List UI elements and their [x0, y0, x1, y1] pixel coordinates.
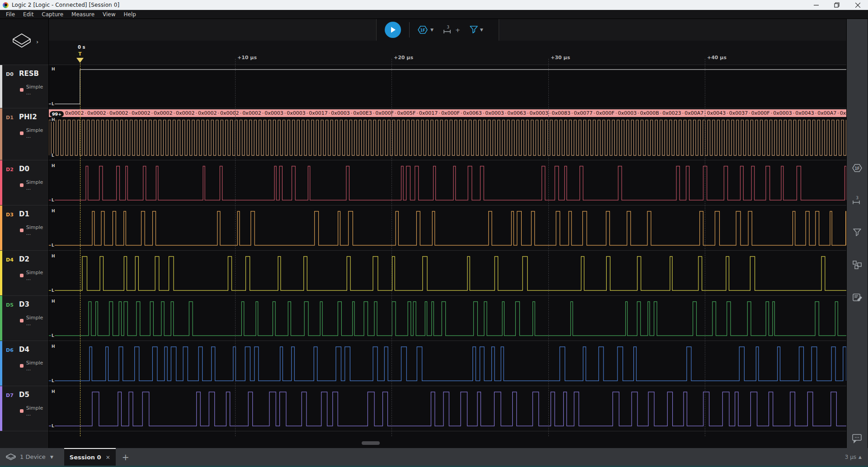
- waveform-row-d0[interactable]: HL: [49, 65, 846, 108]
- decoded-value: 0x0017: [419, 110, 438, 116]
- channel-label-d0[interactable]: D0RESBSimple ...: [0, 65, 48, 108]
- trigger-settings-button[interactable]: 1F ▼: [417, 24, 434, 35]
- analyzer-tag[interactable]: Simple ...: [20, 127, 48, 139]
- device-button[interactable]: ›: [0, 19, 48, 65]
- chevron-down-icon: ▼: [50, 455, 53, 459]
- decoded-value: 0x0003: [331, 110, 350, 116]
- analyzer-tag[interactable]: Simple ...: [20, 270, 48, 281]
- channel-label-d3[interactable]: D3D1Simple ...: [0, 205, 48, 251]
- measure-icon[interactable]: 3: [852, 195, 863, 208]
- channel-name-label: PHI2: [19, 113, 37, 121]
- analyzer-tag[interactable]: Simple ...: [20, 315, 48, 327]
- analyzer-color-dot-icon: [20, 88, 24, 92]
- annotation-separator: ·: [107, 110, 109, 116]
- decoded-value: 0x000F: [375, 110, 394, 116]
- waveform-row-d2[interactable]: HL: [49, 160, 846, 205]
- start-capture-button[interactable]: [385, 22, 401, 38]
- decoded-value: 0x005F: [397, 110, 416, 116]
- channel-label-d4[interactable]: D4D2Simple ...: [0, 251, 48, 296]
- horizontal-scrollbar[interactable]: [49, 431, 846, 448]
- annotation-separator: ·: [749, 110, 750, 116]
- decoded-value: 0x000F: [751, 110, 770, 116]
- analyzer-tag[interactable]: Simple ...: [20, 179, 48, 191]
- waveform-trace: [49, 65, 846, 108]
- menu-view[interactable]: View: [99, 10, 119, 19]
- analyzer-label: Simple ...: [26, 360, 48, 372]
- new-tab-button[interactable]: +: [122, 452, 129, 462]
- analyzer-color-dot-icon: [20, 319, 24, 322]
- decoded-value: 0x0002: [154, 110, 173, 116]
- annotation-separator: ·: [85, 110, 87, 116]
- channel-label-d1[interactable]: D1PHI2Simple ...: [0, 108, 48, 160]
- filter-button[interactable]: ▼: [469, 25, 483, 35]
- extensions-icon[interactable]: [852, 260, 862, 272]
- close-button[interactable]: [847, 0, 868, 10]
- measure-icon: 3: [443, 24, 453, 35]
- waveform-row-d6[interactable]: HL: [49, 341, 846, 386]
- high-level-marker: H: [51, 254, 56, 258]
- decoded-value: 0x0017: [309, 110, 328, 116]
- channel-label-d6[interactable]: D6D4Simple ...: [0, 341, 48, 386]
- menu-capture[interactable]: Capture: [38, 10, 67, 19]
- menu-file[interactable]: File: [2, 10, 19, 19]
- timescale-control[interactable]: 3 µs ▲: [845, 454, 868, 460]
- horizontal-scrollbar-thumb[interactable]: [362, 441, 380, 445]
- timescale-label: 3 µs: [845, 454, 856, 460]
- annotation-separator: ·: [505, 110, 507, 116]
- analyzer-tag[interactable]: Simple ...: [20, 224, 48, 236]
- channel-label-d7[interactable]: D7D5Simple ...: [0, 386, 48, 431]
- waveform-row-d1[interactable]: HL99+0x0002·0x0002·0x0002·0x0002·0x0002·…: [49, 108, 846, 160]
- waveform-row-d7[interactable]: HL: [49, 386, 846, 431]
- close-tab-icon[interactable]: ✕: [106, 454, 110, 461]
- channel-label-d5[interactable]: D5D3Simple ...: [0, 296, 48, 341]
- chat-icon[interactable]: [852, 434, 863, 445]
- decoded-value: 0x0002: [220, 110, 239, 116]
- low-level-marker: L: [51, 154, 55, 158]
- trigger-marker-badge[interactable]: T: [76, 51, 84, 57]
- analyzer-tag[interactable]: Simple ...: [20, 84, 48, 96]
- low-level-marker: L: [51, 198, 55, 202]
- decoded-value: 0x0027: [840, 110, 846, 116]
- minimize-button[interactable]: [806, 0, 826, 10]
- filter-icon[interactable]: [853, 228, 862, 239]
- annotation-separator: ·: [637, 110, 639, 116]
- analyzer-color-dot-icon: [20, 229, 24, 232]
- menu-measure[interactable]: Measure: [67, 10, 99, 19]
- restore-button[interactable]: [826, 0, 847, 10]
- measure-button[interactable]: 3 +: [443, 24, 460, 35]
- trigger-marker-icon[interactable]: [76, 58, 84, 63]
- analyzer-tag[interactable]: Simple ...: [20, 405, 48, 417]
- annotation-separator: ·: [439, 110, 440, 116]
- low-level-marker: L: [51, 379, 55, 383]
- decoded-value: 0x0077: [574, 110, 593, 116]
- annotation-separator: ·: [240, 110, 242, 116]
- analyzer-tag[interactable]: Simple ...: [20, 360, 48, 372]
- trigger-time-label: 0 s: [78, 45, 85, 50]
- decoded-data-strip[interactable]: 99+0x0002·0x0002·0x0002·0x0002·0x0002·0x…: [49, 109, 846, 117]
- annotation-separator: ·: [704, 110, 706, 116]
- decoded-value: 0x00A7: [817, 110, 836, 116]
- annotation-separator: ·: [483, 110, 485, 116]
- high-level-marker: H: [51, 209, 56, 213]
- decoded-value: 0x000F: [596, 110, 614, 116]
- menu-help[interactable]: Help: [120, 10, 140, 19]
- annotation-separator: ·: [262, 110, 264, 116]
- decoded-value: 0x0083: [552, 110, 571, 116]
- channel-label-d2[interactable]: D2D0Simple ...: [0, 160, 48, 205]
- analyzer-label: Simple ...: [26, 84, 48, 96]
- notes-icon[interactable]: [852, 293, 862, 304]
- device-selector[interactable]: 1 Device ▼: [0, 453, 58, 461]
- time-ruler[interactable]: 0 s T +10 µs+20 µs+30 µs+40 µs: [49, 41, 846, 65]
- expand-device-chevron-icon[interactable]: ›: [36, 38, 38, 45]
- menu-edit[interactable]: Edit: [19, 10, 38, 19]
- decoded-value: 0x0002: [176, 110, 195, 116]
- annotation-separator: ·: [837, 110, 839, 116]
- waveform-row-d5[interactable]: HL: [49, 296, 846, 341]
- waveform-row-d3[interactable]: HL: [49, 205, 846, 251]
- tab-session-0[interactable]: Session 0 ✕: [64, 448, 116, 466]
- waveform-trace: [49, 251, 846, 295]
- waveform-row-d4[interactable]: HL: [49, 251, 846, 296]
- time-tick-label: +30 µs: [551, 55, 570, 61]
- trigger-hex-icon[interactable]: 1F: [851, 163, 863, 175]
- annotation-separator: ·: [284, 110, 286, 116]
